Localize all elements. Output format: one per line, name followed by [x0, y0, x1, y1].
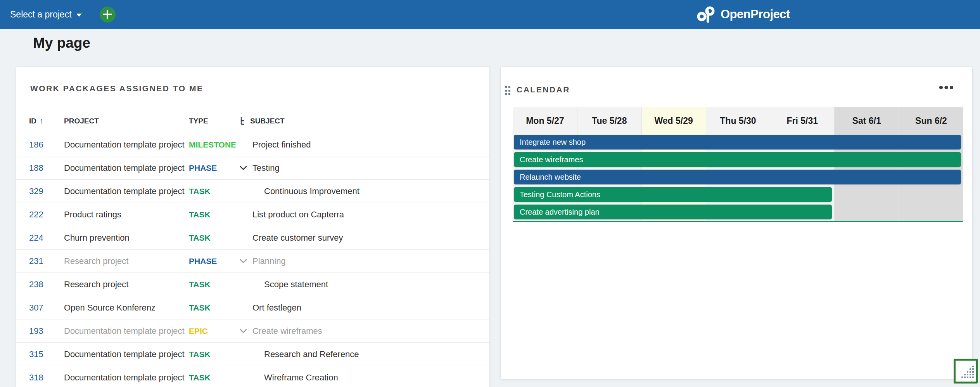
work-package-id-link[interactable]: 186: [29, 140, 43, 149]
sort-ascending-icon: ↑: [40, 117, 43, 125]
type-badge: TASK: [189, 303, 211, 312]
calendar-widget-title: CALENDAR: [517, 85, 570, 94]
project-selector-label: Select a project: [10, 9, 72, 20]
type-badge: MILESTONE: [189, 140, 236, 149]
table-row[interactable]: 307 Open Source Konferenz TASK Ort festl…: [16, 296, 489, 319]
hierarchy-icon: [239, 117, 246, 125]
work-package-id-link[interactable]: 222: [29, 210, 43, 219]
work-package-id-link[interactable]: 315: [29, 349, 43, 359]
widget-resize-handle[interactable]: [954, 359, 978, 384]
calendar-event[interactable]: Integrate new shop: [514, 135, 961, 149]
table-row[interactable]: 222 Product ratings TASK List product on…: [16, 203, 489, 226]
work-package-id-link[interactable]: 188: [29, 163, 43, 173]
column-header-subject[interactable]: SUBJECT: [239, 117, 478, 125]
resize-grip-icon: [961, 366, 975, 380]
column-header-id[interactable]: ID ↑: [29, 117, 64, 125]
subject-cell: Research and Reference: [264, 349, 359, 359]
table-row[interactable]: 238 Research project TASK Scope statemen…: [16, 273, 489, 296]
subject-cell: Scope statement: [264, 279, 328, 290]
column-header-project[interactable]: PROJECT: [64, 117, 189, 125]
collapse-chevron-icon[interactable]: [239, 259, 252, 264]
project-cell: Documentation template project: [64, 349, 189, 359]
type-badge: TASK: [189, 373, 211, 382]
openproject-logo-text: OpenProject: [721, 7, 790, 21]
calendar-event[interactable]: Testing Custom Actions: [514, 187, 832, 202]
calendar-event[interactable]: Create wireframes: [514, 152, 961, 167]
project-cell: Research project: [64, 256, 189, 266]
subject-cell: List product on Capterra: [252, 210, 344, 220]
work-packages-table: ID ↑ PROJECT TYPE SUBJECT 186 Documentat…: [16, 109, 489, 387]
day-header-wed-today: Wed 5/29: [642, 107, 706, 134]
widget-menu-button[interactable]: [939, 85, 954, 90]
project-cell: Research project: [64, 279, 189, 290]
top-navigation-bar: Select a project OpenProject: [0, 0, 980, 29]
calendar-week-grid: Mon 5/27 Tue 5/28 Wed 5/29 Thu 5/30 Fri …: [513, 107, 963, 222]
subject-cell: Create customer survey: [252, 233, 343, 243]
project-cell: Documentation template project: [64, 163, 189, 173]
type-badge: TASK: [189, 280, 211, 289]
type-badge: TASK: [189, 350, 211, 359]
project-cell: Open Source Konferenz: [64, 303, 189, 313]
openproject-logo-icon: [697, 6, 715, 23]
work-package-id-link[interactable]: 231: [29, 256, 43, 266]
work-package-id-link[interactable]: 224: [29, 233, 43, 243]
calendar-widget: CALENDAR Mon 5/27 Tue 5/28 Wed 5/29 Thu …: [501, 67, 972, 379]
table-row[interactable]: 315 Documentation template project TASK …: [16, 343, 489, 366]
table-row[interactable]: 318 Documentation template project TASK …: [16, 366, 489, 387]
add-project-button[interactable]: [100, 7, 116, 23]
project-cell: Documentation template project: [64, 373, 189, 383]
day-header-mon: Mon 5/27: [513, 107, 577, 134]
work-packages-widget: WORK PACKAGES ASSIGNED TO ME ID ↑ PROJEC…: [16, 67, 489, 387]
ellipsis-icon: [939, 85, 954, 90]
day-header-sun: Sun 6/2: [899, 107, 963, 134]
project-cell: Documentation template project: [64, 186, 189, 196]
chevron-down-icon: [76, 14, 82, 17]
collapse-chevron-icon[interactable]: [239, 328, 252, 333]
table-row[interactable]: 224 Churn prevention TASK Create custome…: [16, 226, 489, 250]
project-cell: Documentation template project: [64, 326, 189, 336]
table-row[interactable]: 188 Documentation template project PHASE…: [16, 156, 489, 180]
day-header-thu: Thu 5/30: [706, 107, 771, 134]
subject-cell: Wireframe Creation: [264, 373, 338, 383]
calendar-event[interactable]: Relaunch website: [514, 170, 961, 184]
work-packages-table-header: ID ↑ PROJECT TYPE SUBJECT: [16, 109, 489, 133]
table-row[interactable]: 231 Research project PHASE Planning: [16, 250, 489, 273]
table-row[interactable]: 329 Documentation template project TASK …: [16, 180, 489, 203]
day-header-tue: Tue 5/28: [577, 107, 642, 134]
table-row[interactable]: 186 Documentation template project MILES…: [16, 133, 489, 156]
calendar-day-header-row: Mon 5/27 Tue 5/28 Wed 5/29 Thu 5/30 Fri …: [513, 107, 963, 134]
calendar-widget-header: CALENDAR: [501, 67, 972, 107]
project-cell: Product ratings: [64, 210, 189, 220]
work-package-id-link[interactable]: 307: [29, 303, 43, 312]
type-badge: TASK: [189, 187, 211, 196]
subject-cell: Create wireframes: [252, 326, 322, 336]
page-title: My page: [33, 35, 90, 51]
plus-icon: [103, 10, 112, 19]
work-package-id-link[interactable]: 238: [29, 279, 43, 289]
table-row[interactable]: 193 Documentation template project EPIC …: [16, 319, 489, 343]
collapse-chevron-icon[interactable]: [239, 165, 252, 170]
work-package-id-link[interactable]: 329: [29, 186, 43, 196]
subject-cell: Planning: [252, 256, 286, 266]
type-badge: PHASE: [189, 163, 217, 172]
project-selector-button[interactable]: Select a project: [10, 9, 82, 20]
day-header-sat: Sat 6/1: [835, 107, 899, 134]
column-header-type[interactable]: TYPE: [189, 117, 239, 125]
work-package-id-link[interactable]: 318: [29, 373, 43, 382]
calendar-event[interactable]: Create advertising plan: [514, 205, 832, 219]
project-cell: Churn prevention: [64, 233, 189, 243]
openproject-logo[interactable]: OpenProject: [697, 0, 790, 29]
subject-cell: Testing: [252, 163, 280, 173]
subject-cell: Ort festlegen: [252, 303, 301, 313]
work-package-id-link[interactable]: 193: [29, 326, 43, 336]
day-header-fri: Fri 5/31: [770, 107, 835, 134]
type-badge: TASK: [189, 210, 211, 219]
subject-cell: Continuous Improvement: [264, 186, 360, 196]
work-packages-widget-title: WORK PACKAGES ASSIGNED TO ME: [30, 84, 489, 93]
subject-cell: Project finished: [252, 140, 311, 150]
type-badge: TASK: [189, 233, 211, 242]
type-badge: EPIC: [189, 326, 208, 335]
drag-handle-icon[interactable]: [505, 86, 511, 97]
project-cell: Documentation template project: [64, 140, 189, 150]
type-badge: PHASE: [189, 257, 217, 266]
